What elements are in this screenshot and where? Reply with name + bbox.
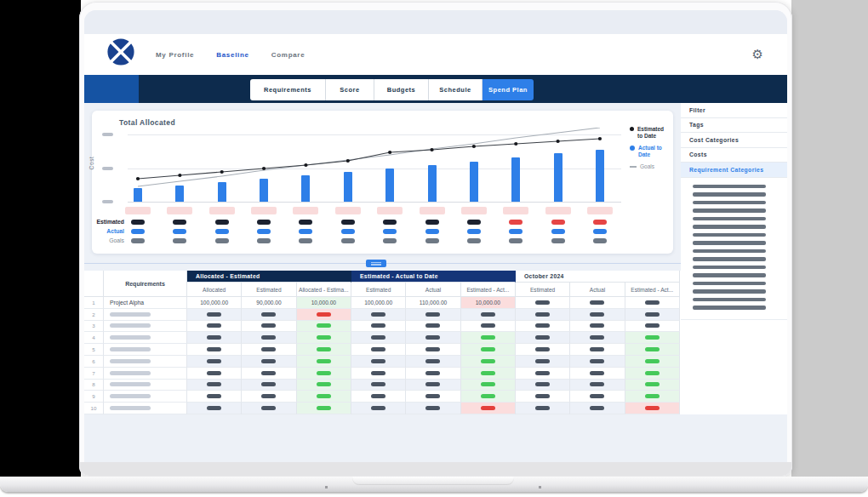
data-cell[interactable] [570, 380, 625, 391]
data-cell[interactable] [570, 321, 625, 333]
data-cell[interactable] [297, 380, 351, 391]
data-cell[interactable] [516, 356, 570, 368]
data-cell[interactable] [351, 332, 406, 344]
data-cell[interactable] [351, 368, 406, 380]
data-cell[interactable] [516, 332, 570, 344]
data-cell[interactable] [187, 380, 242, 391]
data-cell[interactable] [461, 368, 516, 380]
category-placeholder-pill[interactable] [693, 273, 766, 277]
category-placeholder-pill[interactable] [693, 217, 766, 221]
data-cell[interactable]: 100,000.00 [187, 297, 242, 309]
data-cell[interactable] [297, 356, 351, 368]
legend-item-goals[interactable]: Goals [630, 163, 672, 170]
data-cell[interactable] [570, 356, 625, 368]
nav-item-compare[interactable]: Compare [271, 51, 306, 59]
data-cell[interactable] [516, 391, 570, 403]
data-cell[interactable] [187, 356, 242, 368]
data-cell[interactable] [406, 321, 460, 333]
data-cell[interactable] [242, 332, 296, 344]
data-cell[interactable] [351, 403, 406, 414]
category-placeholder-pill[interactable] [693, 233, 766, 237]
data-cell[interactable] [242, 309, 296, 321]
data-cell[interactable]: 100,000.00 [351, 297, 406, 309]
data-cell[interactable] [406, 332, 460, 344]
category-placeholder-pill[interactable] [693, 209, 766, 213]
column-header[interactable]: Actual [570, 283, 625, 297]
tab-budgets[interactable]: Budgets [374, 79, 429, 100]
data-cell[interactable] [516, 321, 570, 333]
category-placeholder-pill[interactable] [693, 241, 766, 245]
tab-score[interactable]: Score [326, 79, 374, 100]
data-cell[interactable] [406, 344, 460, 356]
data-cell[interactable] [297, 391, 351, 403]
column-header[interactable]: Allocated - Estima... [297, 283, 351, 297]
nav-item-my-profile[interactable]: My Profile [156, 51, 194, 59]
requirement-cell[interactable] [104, 380, 187, 391]
requirement-cell[interactable]: Project Alpha [104, 297, 187, 309]
data-cell[interactable] [297, 403, 351, 414]
data-cell[interactable] [625, 332, 680, 344]
data-cell[interactable] [625, 391, 680, 403]
data-cell[interactable]: 110,000.00 [406, 297, 460, 309]
sidebar-item-filter[interactable]: Filter [681, 103, 787, 118]
data-cell[interactable] [351, 356, 406, 368]
requirement-cell[interactable] [104, 391, 187, 403]
data-cell[interactable] [406, 403, 460, 414]
data-cell[interactable] [625, 309, 680, 321]
tab-requirements[interactable]: Requirements [250, 79, 326, 100]
sidebar-item-tags[interactable]: Tags [681, 118, 787, 134]
category-placeholder-pill[interactable] [693, 249, 766, 254]
data-cell[interactable] [242, 403, 296, 414]
data-cell[interactable] [242, 380, 296, 391]
requirement-cell[interactable] [104, 309, 187, 321]
data-cell[interactable] [242, 344, 296, 356]
data-cell[interactable] [242, 321, 296, 333]
data-cell[interactable] [187, 403, 242, 414]
data-cell[interactable] [406, 380, 460, 391]
tab-spend-plan[interactable]: Spend Plan [483, 79, 534, 100]
data-cell[interactable] [570, 368, 625, 380]
column-header[interactable]: Estimated - Act... [461, 283, 516, 297]
sidebar-item-requirement-categories[interactable]: Requirement Categories [681, 163, 787, 178]
data-cell[interactable] [461, 309, 516, 321]
data-cell[interactable] [406, 356, 460, 368]
sidebar-item-cost-categories[interactable]: Cost Categories [681, 133, 787, 148]
data-cell[interactable] [461, 391, 516, 403]
settings-gear-icon[interactable]: ⚙ [752, 34, 763, 75]
resize-drag-handle[interactable] [366, 260, 386, 267]
data-cell[interactable] [187, 344, 242, 356]
data-cell[interactable] [351, 391, 406, 403]
data-cell[interactable] [461, 356, 516, 368]
data-cell[interactable] [242, 368, 296, 380]
category-placeholder-pill[interactable] [693, 185, 766, 189]
data-cell[interactable] [297, 332, 351, 344]
data-cell[interactable] [297, 344, 351, 356]
column-header[interactable]: Estimated [516, 283, 570, 297]
data-cell[interactable] [625, 344, 680, 356]
data-cell[interactable] [461, 321, 516, 333]
data-cell[interactable] [187, 309, 242, 321]
tab-schedule[interactable]: Schedule [429, 79, 483, 100]
column-header[interactable]: Estimated - Act... [625, 283, 680, 297]
data-cell[interactable]: 10,000.00 [461, 297, 516, 309]
category-placeholder-pill[interactable] [693, 192, 766, 197]
data-cell[interactable] [242, 391, 296, 403]
data-cell[interactable] [461, 403, 516, 414]
data-cell[interactable] [406, 368, 460, 380]
data-cell[interactable] [516, 297, 570, 309]
nav-item-baseline[interactable]: Baseline [216, 51, 249, 59]
data-cell[interactable] [516, 380, 570, 391]
data-cell[interactable] [461, 380, 516, 391]
data-cell[interactable] [242, 356, 296, 368]
category-placeholder-pill[interactable] [693, 298, 766, 302]
data-cell[interactable] [570, 403, 625, 414]
data-cell[interactable] [516, 309, 570, 321]
data-cell[interactable] [625, 297, 680, 309]
data-cell[interactable] [625, 380, 680, 391]
requirement-cell[interactable] [104, 332, 187, 344]
category-placeholder-pill[interactable] [693, 201, 766, 205]
category-placeholder-pill[interactable] [693, 266, 766, 270]
data-cell[interactable]: 10,000.00 [297, 297, 351, 309]
data-cell[interactable] [297, 309, 351, 321]
data-cell[interactable] [351, 344, 406, 356]
